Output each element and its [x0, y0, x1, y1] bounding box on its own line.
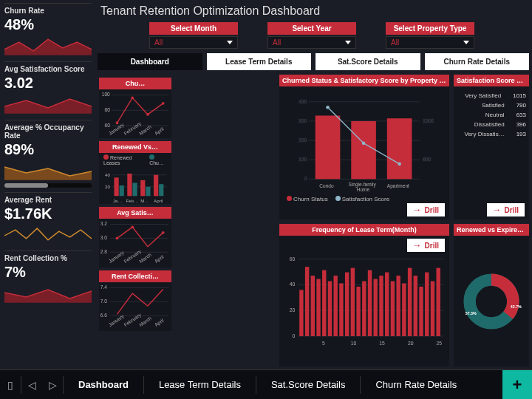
card-title: Chu… [99, 78, 171, 89]
kpi-label: Rent Collection % [4, 254, 92, 262]
svg-rect-110 [431, 281, 434, 335]
svg-rect-103 [391, 281, 395, 335]
svg-text:40: 40 [290, 282, 296, 287]
svg-rect-100 [374, 279, 378, 336]
svg-rect-104 [396, 276, 400, 336]
card-body: Very Satisfied1015Satisfied780Neutral633… [454, 86, 529, 219]
drill-button[interactable]: →Drill [487, 203, 525, 216]
hbar-label: Dissatisfied [457, 121, 505, 128]
chart-grid: Churned Status & Satisfactory Score by P… [98, 75, 529, 366]
bottom-page-churn[interactable]: Churn Rate Details [361, 379, 471, 390]
svg-text:7.0: 7.0 [100, 299, 107, 304]
svg-point-62 [131, 225, 134, 228]
donut-label: 42.7% [511, 304, 522, 309]
svg-text:20: 20 [290, 307, 296, 313]
svg-rect-98 [362, 281, 366, 335]
svg-rect-43 [114, 177, 118, 196]
svg-rect-107 [414, 276, 417, 336]
filter-head: Select Property Type [386, 22, 474, 35]
sparkline [4, 224, 92, 245]
chart-svg: 3.2 3.0 2.8 January February March April [99, 219, 171, 267]
bottom-page-dashboard[interactable]: Dashboard [64, 379, 143, 390]
svg-text:20: 20 [105, 184, 110, 189]
tab-sat-score[interactable]: Sat.Score Details [316, 53, 420, 70]
chart-svg: 7.4 7.0 6.6 January February March April [99, 282, 171, 331]
page-title: Tenant Retention Optimization Dashboard [100, 4, 529, 18]
svg-text:100: 100 [299, 157, 307, 162]
tab-churn-rate[interactable]: Churn Rate Details [425, 53, 530, 70]
svg-rect-89 [311, 276, 315, 336]
svg-text:20: 20 [408, 341, 414, 346]
svg-text:3.0: 3.0 [100, 235, 107, 240]
tab-lease-term[interactable]: Lease Term Details [207, 53, 312, 70]
svg-text:300: 300 [299, 118, 307, 123]
svg-point-19 [326, 106, 330, 109]
month-select[interactable]: All [149, 36, 238, 49]
kpi-rent: Average Rent $1.76K [4, 192, 92, 248]
kpi-label: Avg Satisfaction Score [4, 65, 92, 73]
sparkline [4, 35, 92, 55]
svg-rect-47 [140, 180, 145, 196]
svg-text:60: 60 [105, 123, 111, 128]
svg-rect-96 [351, 268, 355, 336]
svg-rect-105 [402, 283, 406, 335]
card-survey: Satisfaction Score by Tenant Survey Resp… [454, 75, 529, 219]
bottom-page-lease[interactable]: Lease Term Details [144, 379, 256, 390]
drill-button[interactable]: →Drill [407, 203, 445, 216]
hbar-row: Very Satisfied1015 [457, 92, 526, 99]
card-title: Frequency of Lease Term(Month) [279, 224, 449, 236]
hbar-value: 633 [516, 112, 526, 118]
svg-text:Single-familyHome: Single-familyHome [349, 182, 377, 192]
year-select[interactable]: All [267, 36, 356, 49]
add-page-button[interactable]: + [502, 370, 532, 400]
kpi-value: 48% [4, 16, 92, 33]
svg-rect-97 [356, 287, 360, 336]
kpi-collection: Rent Collection % 7% [4, 250, 92, 306]
svg-text:3.2: 3.2 [100, 221, 107, 226]
svg-text:10: 10 [351, 341, 357, 346]
card-right-collection: Rent Collecti… 7.4 7.0 6.6 January Febru… [99, 270, 171, 331]
donut-label: 57.3% [466, 310, 477, 315]
next-page-icon[interactable]: ▷ [42, 379, 63, 391]
bottom-page-sat[interactable]: Sat.Score Details [256, 379, 360, 390]
svg-text:0: 0 [304, 176, 307, 181]
prev-page-icon[interactable]: ◁ [21, 379, 42, 391]
kpi-value: 89% [4, 141, 92, 158]
svg-rect-46 [132, 183, 137, 196]
kpi-label: Churn Rate [4, 7, 92, 15]
chevron-down-icon [345, 41, 351, 44]
drill-label: Drill [505, 206, 519, 214]
svg-rect-95 [345, 273, 349, 336]
drill-button[interactable]: →Drill [407, 239, 445, 252]
card-right-sat: Avg Satis… 3.2 3.0 2.8 January February … [99, 207, 171, 267]
svg-point-61 [116, 237, 119, 240]
scrollbar[interactable] [4, 183, 92, 188]
device-icon[interactable]: ▯ [0, 379, 21, 391]
sparkline [4, 282, 92, 303]
svg-text:5: 5 [322, 341, 325, 346]
svg-rect-16 [316, 115, 341, 179]
svg-text:1200: 1200 [423, 118, 434, 123]
kpi-value: $1.76K [4, 205, 92, 222]
svg-marker-0 [4, 39, 92, 55]
svg-text:100: 100 [102, 92, 110, 97]
kpi-value: 7% [4, 264, 92, 281]
svg-point-64 [162, 231, 165, 234]
card-body: 400 300 200 100 0 1200 600 [279, 86, 449, 219]
card-title: Avg Satis… [99, 207, 171, 219]
svg-rect-99 [368, 270, 372, 336]
hbar-row: Dissatisfied396 [457, 120, 526, 128]
hbar-value: 780 [516, 102, 526, 109]
chart-svg: 100 80 60 January February March April [99, 89, 171, 138]
svg-point-33 [146, 113, 149, 116]
svg-text:200: 200 [299, 137, 307, 143]
svg-text:January: January [108, 313, 126, 328]
card-title: Churned Status & Satisfactory Score by P… [279, 75, 449, 86]
filter-year: Select Year All [267, 22, 356, 49]
hbar-label: Satisfied [457, 102, 505, 109]
kpi-satisfaction: Avg Satisfaction Score 3.02 [4, 61, 92, 117]
svg-rect-87 [299, 290, 303, 336]
hbar-label: Very Satisfied [457, 92, 501, 99]
tab-dashboard[interactable]: Dashboard [98, 53, 202, 70]
ptype-select[interactable]: All [386, 36, 474, 49]
